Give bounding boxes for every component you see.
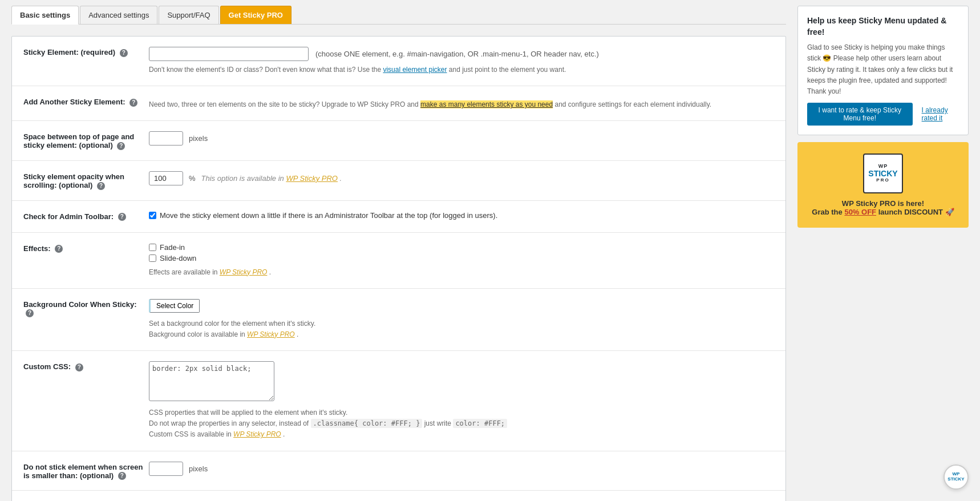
pro-banner-line2: Grab the 50% OFF launch DISCOUNT 🚀: [809, 208, 957, 216]
label-admin-toolbar: Check for Admin Toolbar: ?: [23, 211, 149, 221]
label-min-screen: Do not stick element when screen is smal…: [23, 462, 149, 480]
logo-line3: PRO: [876, 178, 889, 183]
bg-color-hint: Set a background color for the element w…: [149, 318, 774, 340]
label-sticky-element: Sticky Element: (required) ?: [23, 47, 149, 57]
content-sticky-element: (choose ONE element, e.g. #main-navigati…: [149, 47, 774, 75]
pro-banner[interactable]: WP STICKY PRO WP Sticky PRO is here! Gra…: [797, 142, 969, 228]
setting-max-screen: Do not stick element when screen is larg…: [12, 491, 785, 501]
logo-line2: STICKY: [868, 169, 897, 178]
setting-admin-toolbar: Check for Admin Toolbar: ? Move the stic…: [12, 201, 785, 233]
sticky-element-input[interactable]: [149, 47, 309, 61]
label-custom-css: Custom CSS: ?: [23, 361, 149, 371]
rate-button[interactable]: I want to rate & keep Sticky Menu free!: [807, 103, 913, 126]
sidebar-help-card: Help us keep Sticky Menu updated & free!…: [797, 6, 969, 135]
space-top-unit: pixels: [189, 134, 208, 143]
add-another-link[interactable]: make as many elements sticky as you need: [420, 100, 553, 108]
help-icon-admin-toolbar[interactable]: ?: [118, 213, 126, 221]
min-screen-input[interactable]: [149, 462, 183, 476]
content-custom-css: border: 2px solid black; CSS properties …: [149, 361, 774, 441]
effects-pro-link[interactable]: WP Sticky PRO: [220, 268, 268, 276]
help-icon-effects[interactable]: ?: [55, 245, 63, 253]
effects-fadein-label: Fade-in: [160, 243, 185, 252]
already-rated-link[interactable]: I already rated it: [922, 106, 959, 122]
add-another-hint: Need two, three or ten elements on the s…: [149, 99, 774, 110]
setting-sticky-element: Sticky Element: (required) ? (choose ONE…: [12, 37, 785, 86]
help-icon-sticky-element[interactable]: ?: [120, 49, 128, 57]
content-min-screen: pixels: [149, 462, 774, 476]
opacity-hint-inline: This option is available in WP Sticky PR…: [201, 174, 342, 183]
admin-toolbar-checkbox[interactable]: [149, 212, 156, 219]
sticky-element-hint: Don't know the element's ID or class? Do…: [149, 64, 774, 75]
opacity-pro-link[interactable]: WP Sticky PRO: [286, 174, 338, 183]
effects-group: Fade-in Slide-down: [149, 243, 774, 262]
content-opacity: % This option is available in WP Sticky …: [149, 171, 774, 185]
visual-picker-link[interactable]: visual element picker: [383, 66, 447, 74]
settings-panel: Sticky Element: (required) ? (choose ONE…: [11, 36, 786, 501]
css-code-example: .classname{ color: #FFF; }: [311, 419, 423, 428]
content-admin-toolbar: Move the sticky element down a little if…: [149, 211, 774, 222]
content-add-another: Need two, three or ten elements on the s…: [149, 96, 774, 110]
setting-custom-css: Custom CSS: ? border: 2px solid black; C…: [12, 351, 785, 451]
effects-fadein-checkbox[interactable]: [149, 244, 156, 251]
setting-space-top: Space between top of page and sticky ele…: [12, 121, 785, 161]
select-color-button[interactable]: Select Color: [149, 299, 200, 313]
sticky-element-hint-inline: (choose ONE element, e.g. #main-navigati…: [315, 50, 599, 58]
label-effects: Effects: ?: [23, 243, 149, 253]
content-space-top: pixels: [149, 131, 774, 146]
setting-min-screen: Do not stick element when screen is smal…: [12, 451, 785, 491]
bg-color-pro-link[interactable]: WP Sticky PRO: [247, 330, 295, 338]
sidebar-card-body: Glad to see Sticky is helping you make t…: [807, 42, 959, 97]
effects-slidedown-label: Slide-down: [160, 254, 196, 262]
content-bg-color: Select Color Set a background color for …: [149, 299, 774, 340]
tab-advanced[interactable]: Advanced settings: [80, 6, 157, 24]
tabs-bar: Basic settings Advanced settings Support…: [11, 6, 786, 25]
pro-banner-line1: WP Sticky PRO is here!: [809, 199, 957, 208]
content-effects: Fade-in Slide-down Effects are available…: [149, 243, 774, 278]
custom-css-hint: CSS properties that will be applied to t…: [149, 407, 774, 441]
label-opacity: Sticky element opacity when scrolling: (…: [23, 171, 149, 190]
space-top-input[interactable]: [149, 131, 183, 146]
opacity-unit: %: [189, 174, 196, 183]
setting-bg-color: Background Color When Sticky: ? Select C…: [12, 289, 785, 351]
sidebar-card-title: Help us keep Sticky Menu updated & free!: [807, 15, 959, 38]
label-add-another: Add Another Sticky Element: ?: [23, 96, 149, 107]
setting-effects: Effects: ? Fade-in Slide-down: [12, 233, 785, 289]
css-code-example2: color: #FFF;: [453, 419, 507, 428]
setting-add-another: Add Another Sticky Element: ? Need two, …: [12, 86, 785, 121]
corner-badge[interactable]: WP STICKY: [943, 464, 969, 490]
help-icon-min-screen[interactable]: ?: [118, 472, 126, 480]
sidebar: Help us keep Sticky Menu updated & free!…: [797, 6, 969, 501]
custom-css-textarea[interactable]: border: 2px solid black;: [149, 361, 274, 401]
effects-slidedown-checkbox[interactable]: [149, 254, 156, 262]
label-bg-color: Background Color When Sticky: ?: [23, 299, 149, 318]
help-icon-bg-color[interactable]: ?: [26, 309, 34, 317]
effects-slidedown-row: Slide-down: [149, 254, 774, 262]
tab-basic[interactable]: Basic settings: [11, 6, 79, 25]
tab-support[interactable]: Support/FAQ: [159, 6, 218, 24]
opacity-input[interactable]: [149, 171, 183, 185]
help-icon-opacity[interactable]: ?: [97, 182, 105, 190]
effects-hint: Effects are available in WP Sticky PRO .: [149, 267, 774, 278]
setting-opacity: Sticky element opacity when scrolling: (…: [12, 161, 785, 201]
admin-toolbar-label: Move the sticky element down a little if…: [160, 211, 497, 220]
discount-text: 50% OFF: [844, 208, 876, 216]
pro-banner-logo: WP STICKY PRO: [863, 153, 903, 193]
min-screen-unit: pixels: [189, 464, 208, 473]
custom-css-pro-link[interactable]: WP Sticky PRO: [233, 430, 281, 438]
label-space-top: Space between top of page and sticky ele…: [23, 131, 149, 150]
effects-fadein-row: Fade-in: [149, 243, 774, 252]
tab-get-pro[interactable]: Get Sticky PRO: [220, 6, 291, 24]
help-icon-space-top[interactable]: ?: [117, 142, 125, 150]
help-icon-add-another[interactable]: ?: [129, 99, 137, 107]
help-icon-custom-css[interactable]: ?: [75, 363, 83, 371]
